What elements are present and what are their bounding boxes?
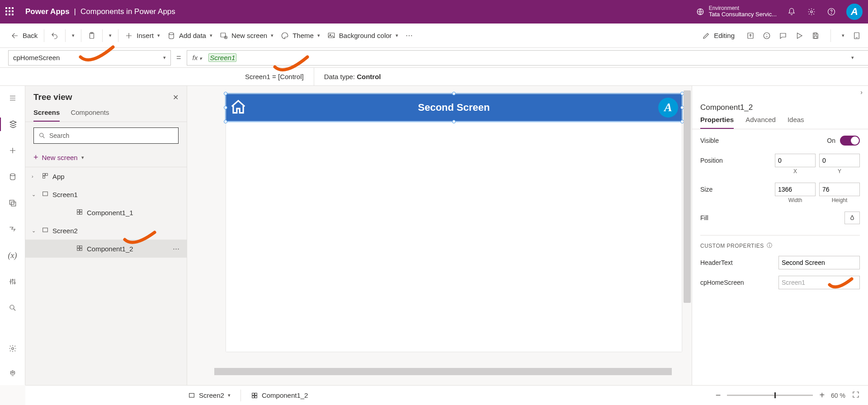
add-data-button[interactable]: Add data ▾ bbox=[164, 29, 216, 42]
tree-view-title: Tree view bbox=[33, 92, 72, 102]
rail-tools-icon[interactable] bbox=[0, 275, 25, 288]
component-header[interactable]: Second Screen A bbox=[226, 94, 682, 121]
tree-item-screen2[interactable]: ⌄ Screen2 bbox=[25, 221, 187, 240]
new-screen-icon bbox=[220, 32, 228, 40]
canvas-area[interactable]: › Second Screen A bbox=[187, 86, 692, 385]
notifications-icon[interactable] bbox=[787, 7, 797, 17]
zoom-in-button[interactable]: + bbox=[819, 390, 825, 400]
left-rail: (x) bbox=[0, 86, 25, 385]
user-avatar[interactable]: A bbox=[846, 4, 863, 20]
screen-icon bbox=[42, 226, 49, 235]
undo-icon bbox=[51, 32, 59, 40]
zoom-value: 60 bbox=[831, 392, 838, 399]
environment-picker[interactable]: Environment Tata Consultancy Servic... bbox=[696, 5, 777, 18]
vertical-scrollbar[interactable] bbox=[684, 90, 691, 367]
panel-next-icon[interactable]: › bbox=[860, 89, 863, 96]
tab-ideas[interactable]: Ideas bbox=[788, 116, 804, 129]
overflow-button[interactable]: ⋯ bbox=[402, 28, 416, 42]
rail-flows-icon[interactable] bbox=[0, 222, 25, 236]
info-icon[interactable]: ⓘ bbox=[767, 242, 773, 250]
theme-button[interactable]: Theme ▾ bbox=[277, 29, 324, 42]
zoom-out-button[interactable]: − bbox=[716, 390, 721, 400]
environment-icon bbox=[696, 8, 704, 16]
status-screen[interactable]: Screen2 ▾ bbox=[188, 391, 231, 399]
tree-item-component1-1[interactable]: Component1_1 bbox=[25, 203, 187, 221]
prop-fill-label: Fill bbox=[700, 214, 708, 221]
headertext-input[interactable] bbox=[778, 256, 860, 269]
svg-rect-36 bbox=[43, 228, 48, 232]
fit-screen-icon[interactable] bbox=[852, 391, 860, 400]
rail-search-icon[interactable] bbox=[0, 301, 25, 315]
publish-icon[interactable] bbox=[853, 32, 861, 40]
close-icon[interactable]: ✕ bbox=[173, 93, 179, 102]
position-y-input[interactable] bbox=[819, 154, 860, 167]
rail-data-icon[interactable] bbox=[0, 170, 25, 184]
paste-dropdown[interactable]: ▾ bbox=[105, 30, 115, 41]
bg-color-button[interactable]: Background color ▾ bbox=[324, 29, 402, 42]
rail-settings-icon[interactable] bbox=[9, 342, 17, 355]
checker-icon[interactable] bbox=[763, 32, 771, 40]
share-icon[interactable] bbox=[746, 32, 755, 40]
prop-headertext-label: HeaderText bbox=[700, 259, 733, 266]
chevron-down-icon: ▾ bbox=[81, 155, 84, 160]
position-x-input[interactable] bbox=[775, 154, 816, 167]
status-selection[interactable]: Component1_2 bbox=[251, 391, 308, 399]
app-launcher-icon[interactable] bbox=[5, 7, 14, 16]
tree-item-component1-2[interactable]: Component1_2 ⋯ bbox=[25, 240, 187, 258]
rail-insert-icon[interactable] bbox=[0, 144, 25, 157]
visible-toggle[interactable] bbox=[840, 136, 860, 146]
help-icon[interactable] bbox=[826, 7, 836, 17]
design-canvas[interactable]: Second Screen A bbox=[226, 94, 682, 352]
tab-screens[interactable]: Screens bbox=[33, 108, 60, 122]
rail-hamburger[interactable] bbox=[0, 91, 25, 105]
tree-item-screen1[interactable]: ⌄ Screen1 bbox=[25, 185, 187, 203]
undo-button[interactable] bbox=[47, 29, 62, 42]
settings-icon[interactable] bbox=[807, 7, 816, 17]
save-icon[interactable] bbox=[811, 32, 820, 40]
svg-point-27 bbox=[40, 133, 43, 137]
insert-button[interactable]: Insert ▾ bbox=[121, 29, 164, 42]
svg-rect-13 bbox=[814, 33, 816, 35]
arrow-left-icon bbox=[11, 32, 19, 40]
more-icon[interactable]: ⋯ bbox=[173, 245, 180, 253]
formula-expand[interactable]: ▾ bbox=[843, 55, 863, 61]
selected-control-name: Component1_2 bbox=[692, 96, 868, 116]
svg-rect-33 bbox=[80, 209, 82, 212]
home-icon[interactable] bbox=[230, 99, 247, 117]
rail-variables-icon[interactable]: (x) bbox=[0, 249, 25, 262]
search-input[interactable]: Search bbox=[33, 127, 179, 144]
undo-dropdown[interactable]: ▾ bbox=[68, 30, 78, 41]
size-height-input[interactable] bbox=[819, 183, 860, 196]
custom-properties-header: CUSTOM PROPERTIES ⓘ bbox=[700, 242, 860, 250]
editing-mode[interactable]: Editing bbox=[698, 29, 738, 42]
zoom-slider[interactable] bbox=[727, 395, 813, 396]
chevron-down-icon: ▾ bbox=[228, 392, 231, 398]
rail-tree-icon[interactable] bbox=[0, 118, 25, 131]
formula-input[interactable]: fx ▾ Screen1 ▾ bbox=[187, 50, 868, 66]
cphomescreen-input[interactable] bbox=[778, 276, 860, 289]
new-screen-button[interactable]: + New screen ▾ bbox=[25, 149, 187, 167]
fill-color-picker[interactable] bbox=[844, 212, 860, 224]
preview-icon[interactable] bbox=[795, 32, 803, 40]
rail-virtual-agent-icon[interactable] bbox=[9, 366, 17, 380]
tree-item-app[interactable]: › App bbox=[25, 167, 187, 185]
tab-properties[interactable]: Properties bbox=[700, 116, 734, 129]
svg-point-22 bbox=[10, 305, 14, 309]
paste-button[interactable] bbox=[84, 29, 99, 42]
save-dropdown[interactable]: ▾ bbox=[842, 33, 844, 38]
svg-rect-29 bbox=[46, 173, 48, 175]
rail-media-icon[interactable] bbox=[0, 196, 25, 210]
tab-advanced[interactable]: Advanced bbox=[745, 116, 776, 129]
comments-icon[interactable] bbox=[779, 32, 787, 40]
back-button[interactable]: Back bbox=[7, 29, 41, 42]
property-selector[interactable]: cpHomeScreen ▾ bbox=[8, 50, 171, 66]
search-icon bbox=[38, 132, 46, 139]
svg-rect-39 bbox=[77, 248, 80, 250]
size-width-input[interactable] bbox=[775, 183, 816, 196]
new-screen-button[interactable]: New screen ▾ bbox=[216, 29, 277, 42]
app-icon bbox=[42, 172, 49, 181]
tab-components[interactable]: Components bbox=[71, 108, 109, 122]
chevron-down-icon: ▾ bbox=[396, 33, 398, 38]
horizontal-scrollbar[interactable] bbox=[214, 368, 683, 375]
label-x: X bbox=[775, 168, 816, 174]
